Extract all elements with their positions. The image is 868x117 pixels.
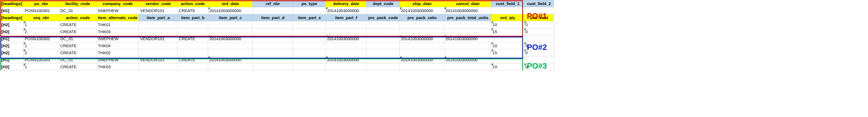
data-cell[interactable]: VENDOR101 (139, 56, 178, 63)
data-cell[interactable] (293, 28, 326, 35)
data-cell[interactable] (444, 42, 491, 49)
data-cell[interactable] (444, 21, 491, 28)
data-cell[interactable]: 15 (491, 49, 524, 56)
data-cell[interactable]: 15 (491, 28, 524, 35)
data-cell[interactable] (444, 63, 491, 70)
data-cell[interactable]: SNEPHEW (97, 7, 139, 14)
data-cell[interactable] (253, 28, 293, 35)
data-cell[interactable] (293, 35, 326, 42)
data-cell[interactable]: 0 (524, 21, 554, 28)
data-cell[interactable] (139, 63, 178, 70)
data-cell[interactable] (491, 7, 524, 14)
data-cell[interactable] (491, 35, 524, 42)
data-cell[interactable]: 2 (24, 49, 59, 56)
data-cell[interactable] (208, 28, 253, 35)
data-cell[interactable]: THK02 (97, 49, 139, 56)
data-cell[interactable]: 20141003000000 (444, 35, 491, 42)
data-cell[interactable]: THK04 (97, 42, 139, 49)
data-cell[interactable]: THK03 (97, 28, 139, 35)
data-cell[interactable]: SNEPHEW (97, 56, 139, 63)
data-cell[interactable] (367, 56, 400, 63)
data-cell[interactable]: 1 (24, 42, 59, 49)
data-cell[interactable]: 20141003000000 (400, 56, 444, 63)
data-cell[interactable] (178, 63, 208, 70)
data-cell[interactable] (208, 42, 253, 49)
data-cell[interactable] (400, 21, 444, 28)
data-cell[interactable] (293, 63, 326, 70)
data-cell[interactable]: 20141003000000 (208, 35, 253, 42)
data-cell[interactable]: 1 (24, 21, 59, 28)
data-cell[interactable]: [H2] (0, 28, 24, 35)
data-cell[interactable]: DC_01 (59, 7, 97, 14)
data-cell[interactable]: 20141003000000 (400, 35, 444, 42)
data-cell[interactable]: 10 (491, 42, 524, 49)
data-cell[interactable]: POSN100303 (24, 56, 59, 63)
data-cell[interactable] (208, 21, 253, 28)
data-cell[interactable] (400, 63, 444, 70)
data-cell[interactable]: CREATE (178, 35, 208, 42)
data-cell[interactable] (293, 21, 326, 28)
data-cell[interactable]: DC_01 (59, 35, 97, 42)
data-cell[interactable] (367, 63, 400, 70)
data-cell[interactable] (326, 49, 367, 56)
data-cell[interactable] (139, 49, 178, 56)
data-cell[interactable] (367, 7, 400, 14)
data-cell[interactable]: 1 (24, 63, 59, 70)
data-cell[interactable]: 2 (24, 28, 59, 35)
data-cell[interactable] (400, 49, 444, 56)
data-cell[interactable]: 0 (524, 28, 554, 35)
data-cell[interactable] (524, 35, 554, 42)
data-cell[interactable] (139, 42, 178, 49)
data-cell[interactable]: 20141003000000 (326, 56, 367, 63)
data-cell[interactable] (208, 63, 253, 70)
data-cell[interactable] (253, 21, 293, 28)
data-cell[interactable]: POSN100302 (24, 35, 59, 42)
data-cell[interactable] (293, 56, 326, 63)
data-cell[interactable] (400, 28, 444, 35)
data-cell[interactable] (367, 35, 400, 42)
data-cell[interactable] (367, 28, 400, 35)
data-cell[interactable] (367, 42, 400, 49)
data-cell[interactable] (444, 49, 491, 56)
data-cell[interactable]: 20141003000000 (444, 7, 491, 14)
data-cell[interactable] (326, 42, 367, 49)
data-cell[interactable] (253, 56, 293, 63)
data-cell[interactable]: VENDOR101 (139, 35, 178, 42)
data-cell[interactable] (139, 28, 178, 35)
data-cell[interactable] (367, 21, 400, 28)
data-cell[interactable]: THK01 (97, 21, 139, 28)
data-cell[interactable] (208, 49, 253, 56)
data-cell[interactable]: [H1] (0, 35, 24, 42)
data-cell[interactable] (178, 42, 208, 49)
data-cell[interactable]: SNEPHEW (97, 35, 139, 42)
data-cell[interactable]: 10 (491, 63, 524, 70)
data-cell[interactable] (253, 63, 293, 70)
data-cell[interactable]: DC_01 (59, 56, 97, 63)
data-cell[interactable]: [H2] (0, 21, 24, 28)
data-cell[interactable]: CREATE (59, 28, 97, 35)
data-cell[interactable] (253, 49, 293, 56)
data-cell[interactable]: 20141003000000 (400, 7, 444, 14)
data-cell[interactable]: [H2] (0, 42, 24, 49)
data-cell[interactable] (293, 7, 326, 14)
data-cell[interactable]: 20141003000000 (326, 35, 367, 42)
data-cell[interactable] (326, 28, 367, 35)
data-cell[interactable] (400, 42, 444, 49)
data-cell[interactable]: 20141003000000 (208, 7, 253, 14)
data-cell[interactable] (444, 28, 491, 35)
data-cell[interactable] (293, 49, 326, 56)
data-cell[interactable] (326, 21, 367, 28)
data-cell[interactable] (293, 42, 326, 49)
data-cell[interactable]: 20141003000000 (444, 56, 491, 63)
data-cell[interactable]: POSN100301 (24, 7, 59, 14)
data-cell[interactable] (178, 49, 208, 56)
data-cell[interactable] (326, 63, 367, 70)
data-cell[interactable]: CREATE (178, 7, 208, 14)
data-cell[interactable]: CREATE (59, 49, 97, 56)
data-cell[interactable]: [H1] (0, 7, 24, 14)
data-cell[interactable] (367, 49, 400, 56)
data-cell[interactable]: 20141003000000 (208, 56, 253, 63)
data-cell[interactable] (491, 56, 524, 63)
data-cell[interactable] (253, 7, 293, 14)
data-cell[interactable]: CREATE (59, 21, 97, 28)
